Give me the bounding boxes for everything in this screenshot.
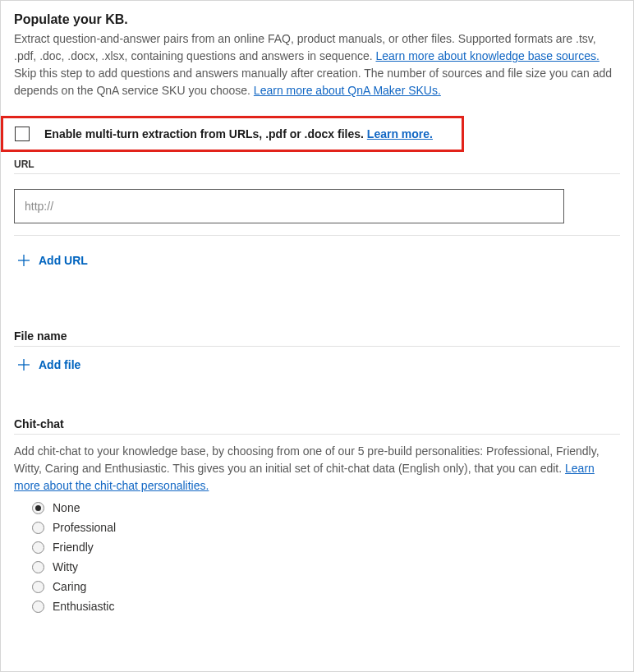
radio-option-none[interactable]: None	[32, 501, 620, 514]
chitchat-section: Chit-chat Add chit-chat to your knowledg…	[14, 417, 620, 613]
plus-icon	[17, 358, 30, 371]
file-label: File name	[14, 329, 620, 343]
multiturn-learn-more-link[interactable]: Learn more.	[367, 127, 433, 140]
radio-option-friendly[interactable]: Friendly	[32, 541, 620, 554]
url-section: URL Add URL	[14, 159, 620, 269]
url-input[interactable]	[14, 189, 564, 223]
chitchat-radio-group: NoneProfessionalFriendlyWittyCaringEnthu…	[32, 501, 620, 613]
add-url-label: Add URL	[39, 254, 88, 267]
kb-description: Extract question-and-answer pairs from a…	[14, 30, 620, 99]
divider	[14, 346, 620, 347]
divider	[14, 434, 620, 435]
chitchat-description: Add chit-chat to your knowledge base, by…	[14, 443, 620, 495]
radio-label: None	[53, 501, 80, 514]
sku-link[interactable]: Learn more about QnA Maker SKUs.	[254, 84, 441, 97]
file-section: File name Add file	[14, 329, 620, 373]
radio-label: Witty	[53, 560, 78, 573]
radio-label: Professional	[53, 521, 116, 534]
multiturn-label-row: Enable multi-turn extraction from URLs, …	[44, 127, 433, 140]
divider	[14, 173, 620, 174]
radio-option-witty[interactable]: Witty	[32, 560, 620, 573]
populate-kb-panel: Populate your KB. Extract question-and-a…	[0, 0, 634, 672]
chitchat-label: Chit-chat	[14, 417, 620, 430]
add-file-button[interactable]: Add file	[17, 358, 80, 371]
add-file-label: Add file	[39, 358, 80, 371]
add-url-button[interactable]: Add URL	[17, 254, 88, 267]
radio-circle-icon	[32, 601, 44, 613]
radio-circle-icon	[32, 541, 44, 554]
radio-circle-icon	[32, 502, 44, 514]
kb-sources-link[interactable]: Learn more about knowledge base sources.	[375, 49, 599, 62]
radio-option-caring[interactable]: Caring	[32, 580, 620, 593]
radio-option-professional[interactable]: Professional	[32, 521, 620, 534]
multiturn-highlight: Enable multi-turn extraction from URLs, …	[1, 116, 464, 152]
radio-label: Enthusiastic	[53, 600, 114, 613]
multiturn-checkbox[interactable]	[15, 127, 30, 141]
multiturn-label: Enable multi-turn extraction from URLs, …	[44, 127, 367, 140]
radio-circle-icon	[32, 561, 44, 573]
plus-icon	[17, 254, 30, 267]
radio-option-enthusiastic[interactable]: Enthusiastic	[32, 600, 620, 613]
radio-circle-icon	[32, 522, 44, 534]
divider	[14, 235, 620, 236]
page-title: Populate your KB.	[14, 12, 620, 27]
radio-label: Friendly	[53, 541, 94, 554]
url-label: URL	[14, 159, 620, 170]
radio-circle-icon	[32, 581, 44, 593]
chitchat-desc-text: Add chit-chat to your knowledge base, by…	[14, 444, 600, 475]
radio-label: Caring	[53, 580, 86, 593]
